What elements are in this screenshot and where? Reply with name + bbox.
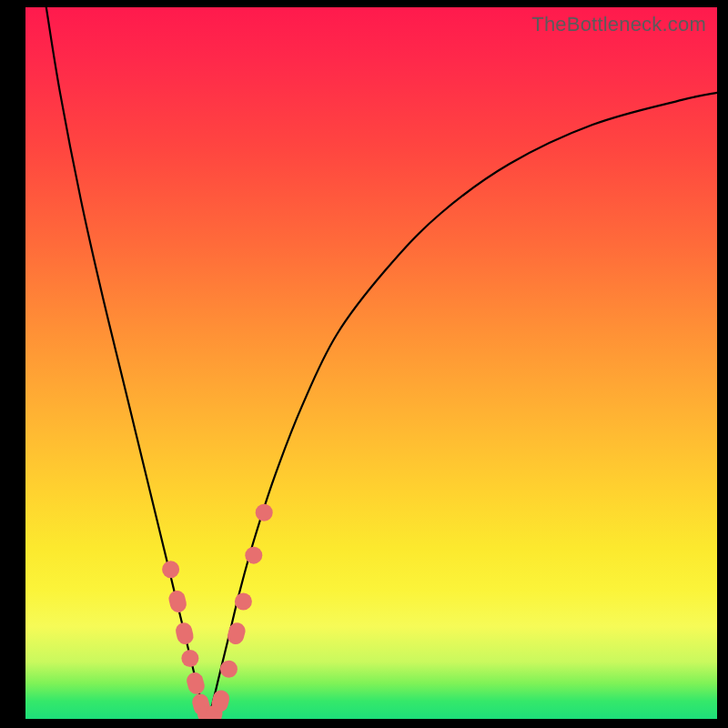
data-marker — [226, 621, 247, 646]
curve-left — [46, 7, 208, 719]
data-marker — [245, 547, 262, 564]
plot-area: TheBottleneck.com — [25, 7, 717, 719]
data-marker — [256, 504, 273, 521]
chart-frame: TheBottleneck.com — [0, 0, 728, 728]
curve-layer — [25, 7, 717, 719]
data-marker — [235, 592, 252, 610]
curve-right — [208, 93, 717, 719]
data-marker — [167, 589, 188, 614]
data-marker — [185, 671, 207, 696]
data-marker — [174, 621, 195, 646]
data-marker — [220, 661, 238, 678]
data-marker — [162, 561, 179, 578]
data-marker — [181, 650, 198, 667]
